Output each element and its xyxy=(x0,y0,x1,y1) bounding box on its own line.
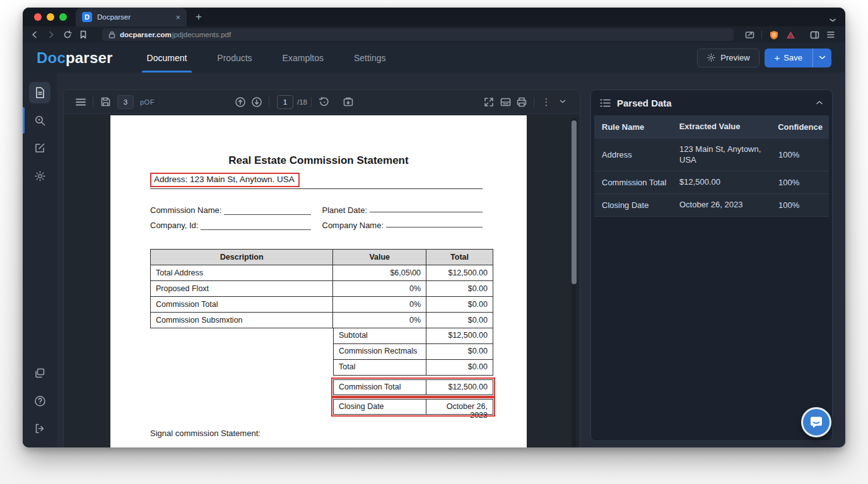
tool-rail xyxy=(23,72,57,447)
more-options-icon[interactable]: ⋮ xyxy=(538,96,554,108)
lock-icon xyxy=(108,31,115,38)
browser-titlebar: D Docparser × + xyxy=(23,8,845,26)
parsed-table: Rule Name Extracted Value Confidence Add… xyxy=(594,115,829,216)
zoom-level-input[interactable]: 3 xyxy=(117,95,134,109)
reload-icon[interactable] xyxy=(63,30,77,39)
field-label: Commission Name: xyxy=(150,205,221,215)
shield-extension-icon[interactable] xyxy=(767,30,781,40)
viewer-scrollbar-thumb[interactable] xyxy=(572,120,577,284)
new-tab-button[interactable]: + xyxy=(196,8,202,26)
closing-date-annotation-row[interactable]: Closing Date October 26, 2023 xyxy=(333,399,493,415)
docparser-favicon-icon: D xyxy=(82,12,92,22)
desktop: D Docparser × + docpars xyxy=(0,0,868,484)
scroll-up-icon[interactable] xyxy=(232,96,249,108)
format-label: pOF xyxy=(140,98,155,106)
forward-icon[interactable] xyxy=(47,31,61,38)
back-icon[interactable] xyxy=(30,31,44,38)
url-path: jpdjdecuments.pdf xyxy=(172,31,231,38)
preview-button[interactable]: Preview xyxy=(697,49,759,67)
save-split-button: + Save xyxy=(765,49,831,67)
chat-launcher-button[interactable] xyxy=(801,407,831,437)
table-row: Commission Subsmxtion 0% $0.00 xyxy=(151,313,493,328)
clipboard-icon[interactable] xyxy=(340,97,356,107)
tab-overflow-chevron-icon[interactable] xyxy=(829,18,836,23)
page-number-input[interactable]: 1 xyxy=(277,95,293,109)
address-annotation-box[interactable]: Address: 123 Main St, Anytown. USA xyxy=(150,173,300,187)
edit-tool-icon[interactable] xyxy=(29,137,50,159)
sidebar-toggle-icon[interactable] xyxy=(807,31,821,39)
plus-icon: + xyxy=(775,52,780,63)
rotate-icon[interactable] xyxy=(315,96,332,107)
bookmark-icon[interactable] xyxy=(79,30,93,39)
parsed-data-panel: Parsed Data Rule Name Extracted Value Co… xyxy=(590,89,833,441)
docparser-logo[interactable]: Docparser xyxy=(37,49,113,67)
document-tool-icon[interactable] xyxy=(29,82,50,103)
summary-row: Subtotal $12,500.00 xyxy=(333,328,493,344)
browser-menu-icon[interactable] xyxy=(824,31,838,38)
browser-window: D Docparser × + docpars xyxy=(23,8,845,447)
doc-summary-table: Subtotal $12,500.00 Commission Rectmals … xyxy=(333,328,493,415)
save-document-icon[interactable] xyxy=(97,97,114,107)
window-zoom-button[interactable] xyxy=(59,13,67,21)
main-nav: Document Products Exampltos Settings xyxy=(147,43,386,72)
chat-bubble-icon xyxy=(809,415,823,429)
address-bar[interactable]: docparser.com jpdjdecuments.pdf xyxy=(102,28,734,41)
nav-item-settings[interactable]: Settings xyxy=(354,43,386,72)
table-row: Proposed Floxt 0% $0.00 xyxy=(151,281,493,297)
page-count-label: /18 xyxy=(297,98,307,106)
nav-item-examples[interactable]: Exampltos xyxy=(283,43,324,72)
window-minimize-button[interactable] xyxy=(47,13,54,21)
scroll-down-icon[interactable] xyxy=(249,96,265,108)
app-header: Docparser Document Products Exampltos Se… xyxy=(23,43,845,72)
parsed-list-icon xyxy=(600,99,611,107)
commission-total-annotation-row[interactable]: Commission Total $12,500.00 xyxy=(333,379,493,395)
settings-tool-icon[interactable] xyxy=(29,165,50,187)
doc-fields: Commission Name: Planet Date: Company, I… xyxy=(150,205,483,230)
browser-urlbar: docparser.com jpdjdecuments.pdf xyxy=(23,26,845,43)
layout-card-icon[interactable] xyxy=(497,98,513,107)
collapse-chevron-icon[interactable] xyxy=(816,100,823,105)
gear-icon xyxy=(707,53,716,62)
parsed-row-closing-date[interactable]: Closing Date October 26, 2023 100% xyxy=(594,193,829,216)
table-row: Total Address $6,05\00 $12,500.00 xyxy=(151,265,493,281)
signature-heading: Signal commission Statement: xyxy=(150,429,527,438)
tab-close-icon[interactable]: × xyxy=(175,13,180,22)
browser-tab[interactable]: D Docparser × xyxy=(76,8,187,26)
nav-item-products[interactable]: Products xyxy=(217,43,252,72)
parsed-table-header: Rule Name Extracted Value Confidence xyxy=(594,115,829,138)
doc-address-line: Address: 123 Main St, Anytown. USA xyxy=(150,174,483,189)
pdf-toolbar: 3 pOF 1 /18 xyxy=(64,90,580,114)
save-button[interactable]: + Save xyxy=(765,49,812,67)
tab-title: Docparser xyxy=(97,13,170,21)
zoom-tool-icon[interactable] xyxy=(29,110,50,131)
thumbnails-list-icon[interactable] xyxy=(73,98,89,106)
window-close-button[interactable] xyxy=(34,13,42,21)
toolbar-chevron-icon[interactable] xyxy=(554,100,571,104)
print-icon[interactable] xyxy=(513,97,530,107)
pdf-page-area: Real Estate Commission Statement Address… xyxy=(64,114,580,447)
pdf-page: Real Estate Commission Statement Address… xyxy=(110,115,527,447)
url-domain: docparser.com xyxy=(120,31,172,38)
field-label: Company, Id: xyxy=(150,221,198,230)
save-dropdown-chevron[interactable] xyxy=(812,49,831,67)
fullscreen-icon[interactable] xyxy=(481,97,497,107)
help-icon[interactable] xyxy=(29,390,50,412)
logout-icon[interactable] xyxy=(29,418,50,439)
parsed-row-commission-total[interactable]: Commission Total $12,500.00 100% xyxy=(594,171,829,193)
nav-item-document[interactable]: Document xyxy=(147,43,187,72)
doc-table: Description Value Total Total Address $6… xyxy=(150,249,493,328)
copy-pages-icon[interactable] xyxy=(29,362,50,384)
divider xyxy=(761,30,762,39)
window-controls xyxy=(23,8,76,26)
field-label: Planet Date: xyxy=(322,205,368,215)
summary-row: Total $0.00 xyxy=(333,360,493,376)
main-content: 3 pOF 1 /18 xyxy=(23,72,845,447)
triangle-extension-icon[interactable] xyxy=(783,31,797,39)
summary-row: Commission Rectmals $0.00 xyxy=(333,344,493,360)
doc-title: Real Estate Commission Statement xyxy=(110,154,527,167)
parsed-row-address[interactable]: Address 123 Main St, Anytown, USA 100% xyxy=(594,138,829,171)
pdf-viewer: 3 pOF 1 /18 xyxy=(63,89,580,447)
table-row: Commission Total 0% $0.00 xyxy=(151,297,493,313)
share-icon[interactable] xyxy=(742,30,756,39)
parsed-panel-title: Parsed Data xyxy=(617,98,672,108)
